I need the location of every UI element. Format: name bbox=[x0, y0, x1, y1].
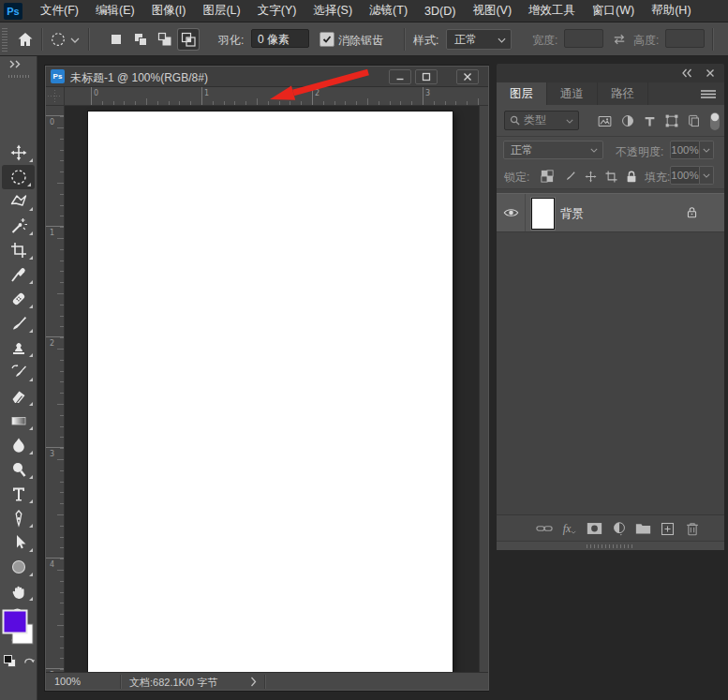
spot-healing-brush-tool[interactable] bbox=[0, 287, 37, 311]
fill-dropdown-chevron-icon[interactable] bbox=[700, 166, 714, 185]
subtract-from-selection-mode-button[interactable] bbox=[155, 29, 175, 50]
lock-all-icon[interactable] bbox=[623, 168, 640, 185]
brush-tool[interactable] bbox=[0, 311, 37, 335]
clone-stamp-tool[interactable] bbox=[0, 335, 37, 360]
zoom-level[interactable]: 100% bbox=[54, 676, 81, 687]
tool-preset-chevron-icon[interactable] bbox=[70, 37, 80, 43]
intersect-selection-mode-button[interactable] bbox=[178, 29, 199, 50]
collapse-panels-icon[interactable] bbox=[681, 68, 692, 78]
menu-type[interactable]: 文字(Y) bbox=[249, 3, 305, 19]
type-tool[interactable] bbox=[0, 482, 37, 506]
minimize-button[interactable] bbox=[389, 69, 411, 84]
antialias-checkbox[interactable] bbox=[319, 32, 334, 47]
height-input[interactable] bbox=[665, 29, 705, 48]
new-selection-mode-button[interactable] bbox=[106, 29, 126, 50]
toolbar-grip-handle[interactable] bbox=[8, 75, 29, 78]
menu-select[interactable]: 选择(S) bbox=[305, 3, 361, 19]
menu-layer[interactable]: 图层(L) bbox=[194, 3, 248, 19]
elliptical-marquee-tool[interactable] bbox=[2, 165, 35, 189]
expand-toolbar-icon[interactable] bbox=[8, 60, 22, 69]
lasso-tool[interactable] bbox=[0, 189, 37, 214]
swap-width-height-icon[interactable] bbox=[612, 33, 627, 46]
lock-artboard-icon[interactable] bbox=[602, 168, 619, 185]
new-layer-button[interactable] bbox=[658, 520, 676, 537]
maximize-button[interactable] bbox=[415, 69, 438, 84]
options-grip-handle[interactable] bbox=[2, 27, 7, 52]
style-select[interactable]: 正常 bbox=[446, 29, 512, 50]
menu-help[interactable]: 帮助(H) bbox=[643, 3, 699, 19]
tab-layers[interactable]: 图层 bbox=[497, 82, 547, 105]
tool-preset-icon[interactable] bbox=[50, 31, 67, 48]
add-layer-mask-button[interactable] bbox=[585, 520, 603, 537]
opacity-dropdown-chevron-icon[interactable] bbox=[700, 141, 714, 159]
layer-filter-type-select[interactable]: 类型 bbox=[504, 111, 579, 130]
fill-value[interactable]: 100% bbox=[670, 166, 700, 185]
path-select-tool[interactable] bbox=[0, 530, 37, 555]
menu-view[interactable]: 视图(V) bbox=[464, 3, 520, 19]
filter-pixel-layers-icon[interactable] bbox=[596, 112, 613, 129]
filter-type-layers-icon[interactable] bbox=[641, 112, 658, 129]
width-input[interactable] bbox=[564, 29, 603, 48]
menu-image[interactable]: 图像(I) bbox=[143, 3, 195, 19]
filter-shape-layers-icon[interactable] bbox=[663, 112, 680, 129]
eraser-tool[interactable] bbox=[0, 384, 37, 409]
feather-input[interactable]: 0 像素 bbox=[251, 29, 309, 48]
canvas[interactable] bbox=[88, 112, 453, 672]
opacity-value[interactable]: 100% bbox=[670, 141, 700, 159]
tab-paths[interactable]: 路径 bbox=[598, 82, 648, 105]
new-adjustment-layer-button[interactable] bbox=[610, 520, 629, 537]
layer-visibility-cell[interactable] bbox=[497, 194, 526, 231]
move-tool[interactable] bbox=[0, 141, 37, 165]
ellipse-shape-tool[interactable] bbox=[0, 555, 37, 579]
new-group-button[interactable] bbox=[633, 520, 652, 537]
lock-image-pixels-icon[interactable] bbox=[560, 168, 577, 185]
panel-resize-gripper[interactable] bbox=[497, 541, 724, 550]
panel-menu-icon[interactable] bbox=[701, 90, 716, 98]
layer-row-background[interactable]: 背景 bbox=[497, 193, 724, 232]
status-chevron-icon[interactable] bbox=[250, 677, 257, 687]
horizontal-ruler[interactable]: 0 1 2 3 bbox=[65, 87, 488, 106]
pen-tool[interactable] bbox=[0, 506, 37, 530]
menu-plugins[interactable]: 增效工具 bbox=[520, 3, 584, 19]
document-title-bar[interactable]: Ps 未标题-1 @ 100%(RGB/8#) bbox=[46, 67, 488, 87]
layer-thumbnail[interactable] bbox=[531, 198, 555, 230]
vertical-scrollbar[interactable] bbox=[479, 106, 488, 672]
blur-tool[interactable] bbox=[0, 433, 37, 457]
menu-3d[interactable]: 3D(D) bbox=[416, 5, 464, 18]
link-layers-icon[interactable] bbox=[535, 520, 554, 537]
ruler-origin-corner[interactable] bbox=[46, 87, 65, 106]
menu-filter[interactable]: 滤镜(T) bbox=[361, 3, 416, 19]
layer-name[interactable]: 背景 bbox=[560, 206, 584, 222]
foreground-color-swatch[interactable] bbox=[4, 611, 27, 633]
menu-edit[interactable]: 编辑(E) bbox=[87, 3, 143, 19]
filter-on-off-toggle[interactable] bbox=[709, 112, 721, 131]
filter-smart-objects-icon[interactable] bbox=[685, 112, 702, 129]
swap-colors-icon[interactable] bbox=[22, 654, 37, 668]
tab-channels[interactable]: 通道 bbox=[547, 82, 598, 105]
pasteboard[interactable] bbox=[65, 106, 479, 672]
eyedropper-tool[interactable] bbox=[0, 262, 37, 287]
panel-tab-bar: 图层 通道 路径 bbox=[497, 82, 724, 105]
filter-adjustment-layers-icon[interactable] bbox=[619, 112, 636, 129]
gradient-tool[interactable] bbox=[0, 409, 37, 433]
history-brush-tool[interactable] bbox=[0, 360, 37, 384]
blend-mode-select[interactable]: 正常 bbox=[503, 141, 603, 159]
close-panel-icon[interactable] bbox=[706, 68, 715, 78]
hand-tool[interactable] bbox=[0, 579, 37, 603]
menu-window[interactable]: 窗口(W) bbox=[584, 3, 643, 19]
layer-style-fx-button[interactable]: fx bbox=[560, 520, 579, 537]
dodge-tool[interactable] bbox=[0, 457, 37, 482]
add-to-selection-mode-button[interactable] bbox=[130, 29, 151, 50]
magic-wand-tool[interactable] bbox=[0, 214, 37, 238]
close-button[interactable] bbox=[456, 69, 479, 84]
antialias-label[interactable]: 消除锯齿 bbox=[338, 33, 383, 49]
default-colors-icon[interactable] bbox=[3, 654, 18, 669]
vertical-ruler[interactable]: 0 1 2 3 4 5 bbox=[46, 106, 65, 672]
eye-icon[interactable] bbox=[503, 207, 519, 218]
lock-position-icon[interactable] bbox=[582, 168, 599, 185]
delete-layer-button[interactable] bbox=[683, 520, 702, 537]
crop-tool[interactable] bbox=[0, 238, 37, 262]
lock-transparent-pixels-icon[interactable] bbox=[539, 168, 556, 185]
menu-file[interactable]: 文件(F) bbox=[32, 3, 87, 19]
home-icon[interactable] bbox=[16, 30, 35, 49]
